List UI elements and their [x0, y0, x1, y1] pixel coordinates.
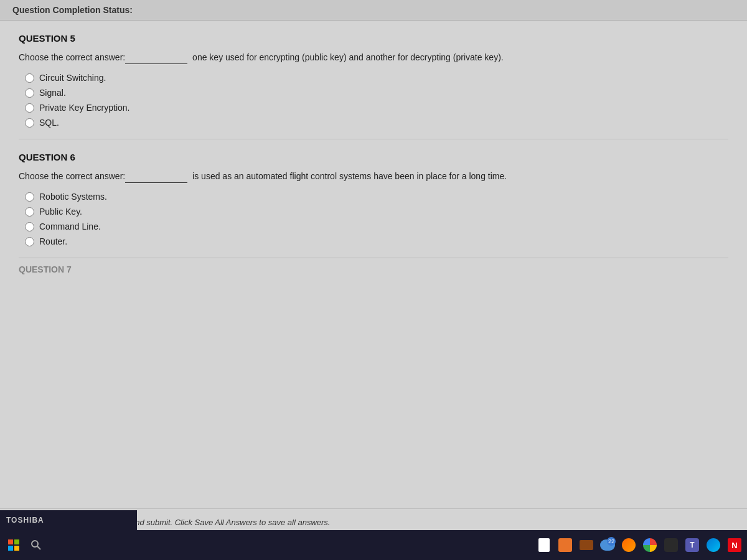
taskbar-circle-button[interactable] — [620, 536, 637, 554]
document-icon — [538, 538, 550, 552]
question-6-label-a[interactable]: Robotic Systems. — [39, 192, 107, 202]
taskbar-document-button[interactable] — [535, 536, 553, 554]
media-icon — [580, 540, 593, 550]
edge-icon — [707, 538, 720, 552]
question-6-text: Choose the correct answer: is used as an… — [19, 170, 728, 183]
taskbar-teams-button[interactable]: T — [684, 536, 701, 554]
question-6-block: QUESTION 6 Choose the correct answer: is… — [19, 139, 728, 258]
question-6-radio-a[interactable] — [25, 192, 34, 202]
question-5-label-c[interactable]: Private Key Encryption. — [39, 103, 130, 113]
question-6-option-b[interactable]: Public Key. — [25, 207, 728, 217]
content-area: QUESTION 5 Choose the correct answer: on… — [0, 21, 747, 508]
svg-point-4 — [32, 541, 38, 547]
question-5-text: Choose the correct answer: one key used … — [19, 51, 728, 64]
question-6-blank — [125, 182, 187, 183]
orange-circle-icon — [622, 538, 636, 552]
question-5-radio-a[interactable] — [25, 73, 34, 83]
svg-line-5 — [37, 546, 40, 549]
taskbar-shape-button[interactable] — [662, 536, 680, 554]
question-5-prompt-before: Choose the correct answer: — [19, 52, 125, 62]
question-5-number: QUESTION 5 — [19, 33, 728, 44]
taskbar-system-icons: 22 T N — [535, 536, 743, 554]
completion-status-label: Question Completion Status: — [12, 5, 133, 15]
question-6-radio-c[interactable] — [25, 222, 34, 231]
dark-shape-icon — [664, 538, 678, 552]
question-5-block: QUESTION 5 Choose the correct answer: on… — [19, 21, 728, 139]
question-5-radio-d[interactable] — [25, 118, 34, 128]
question-5-prompt-after: one key used for encrypting (public key)… — [190, 52, 503, 62]
question-5-option-c[interactable]: Private Key Encryption. — [25, 103, 728, 113]
netflix-icon: N — [728, 538, 741, 552]
question-5-blank — [125, 63, 187, 64]
question-6-radio-b[interactable] — [25, 207, 34, 217]
orange-app-icon — [558, 538, 572, 552]
question-6-prompt-before: Choose the correct answer: — [19, 171, 125, 181]
question-5-options: Circuit Switching. Signal. Private Key E… — [25, 73, 728, 128]
question-5-label-b[interactable]: Signal. — [39, 88, 66, 98]
question-6-label-b[interactable]: Public Key. — [39, 207, 82, 217]
taskbar-orange-button[interactable] — [557, 536, 574, 554]
svg-rect-1 — [14, 539, 19, 544]
question-6-radio-d[interactable] — [25, 237, 34, 246]
main-content: Question Completion Status: QUESTION 5 C… — [0, 0, 747, 510]
search-icon — [31, 540, 41, 550]
question-5-label-a[interactable]: Circuit Switching. — [39, 73, 106, 83]
start-button[interactable] — [4, 535, 24, 555]
question-6-label-c[interactable]: Command Line. — [39, 222, 101, 231]
question-5-option-b[interactable]: Signal. — [25, 88, 728, 98]
partial-question-label: QUESTION 7 — [19, 258, 728, 278]
chrome-icon — [643, 538, 657, 552]
question-6-option-c[interactable]: Command Line. — [25, 222, 728, 231]
branding-bar: TOSHIBA — [0, 510, 137, 530]
taskbar-chrome-button[interactable] — [641, 536, 659, 554]
taskbar-netflix-button[interactable]: N — [726, 536, 743, 554]
question-5-radio-c[interactable] — [25, 103, 34, 113]
taskbar-cloud-button[interactable]: 22 — [599, 536, 616, 554]
question-6-prompt-after: is used as an automated flight control s… — [190, 171, 507, 181]
taskbar-media-button[interactable] — [578, 536, 595, 554]
svg-rect-3 — [14, 546, 19, 551]
question-5-label-d[interactable]: SQL. — [39, 118, 59, 128]
question-6-label-d[interactable]: Router. — [39, 236, 67, 246]
search-button[interactable] — [26, 535, 46, 555]
teams-icon: T — [685, 538, 699, 552]
taskbar-edge-button[interactable] — [705, 536, 722, 554]
question-6-option-a[interactable]: Robotic Systems. — [25, 192, 728, 202]
taskbar: 22 T N — [0, 530, 747, 560]
question-5-option-d[interactable]: SQL. — [25, 118, 728, 128]
question-5-radio-b[interactable] — [25, 88, 34, 98]
branding-text: TOSHIBA — [6, 516, 44, 525]
svg-rect-2 — [8, 546, 13, 551]
question-6-number: QUESTION 6 — [19, 152, 728, 162]
completion-status-header: Question Completion Status: — [0, 0, 747, 21]
question-5-option-a[interactable]: Circuit Switching. — [25, 73, 728, 83]
cloud-badge: 22 — [607, 537, 616, 546]
windows-icon — [8, 539, 19, 551]
svg-rect-0 — [8, 539, 13, 544]
question-6-options: Robotic Systems. Public Key. Command Lin… — [25, 192, 728, 246]
question-6-option-d[interactable]: Router. — [25, 236, 728, 246]
